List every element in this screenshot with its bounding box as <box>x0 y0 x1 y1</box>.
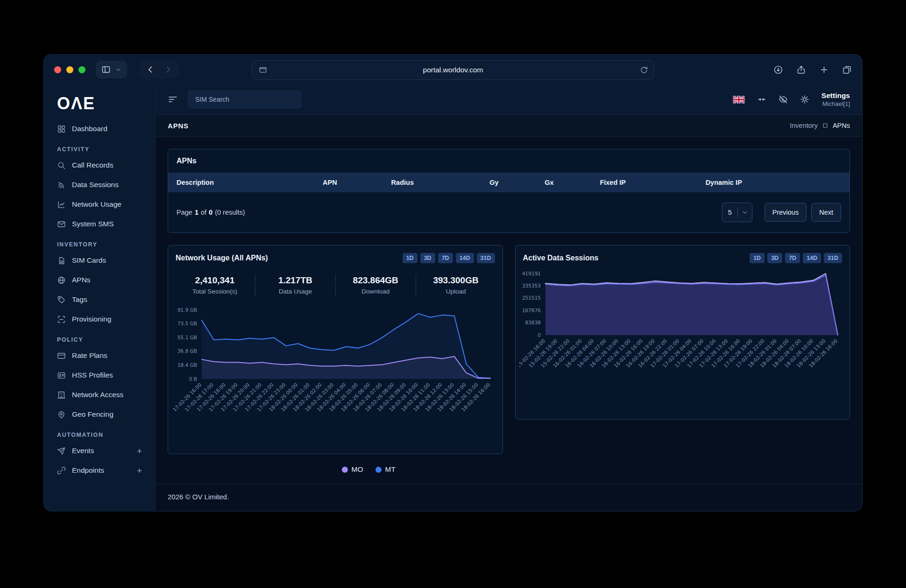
svg-text:83838: 83838 <box>525 320 540 325</box>
back-button[interactable] <box>146 65 155 74</box>
downloads-icon[interactable] <box>773 65 783 75</box>
page-icon <box>259 66 267 74</box>
reload-icon[interactable] <box>640 66 648 74</box>
current-page: 1 <box>195 209 198 216</box>
grid-icon <box>57 125 66 133</box>
pagination-row: Page 1 of 0 (0 results) 5 <box>168 192 849 232</box>
chrome-actions <box>773 65 852 75</box>
sidebar-item-call-records[interactable]: Call Records <box>44 155 155 175</box>
per-page-value: 5 <box>722 209 737 216</box>
sun-icon[interactable] <box>800 95 809 104</box>
sim-card-icon <box>57 256 66 265</box>
sidebar-item-network-access[interactable]: Network Access <box>44 385 155 405</box>
address-bar[interactable]: portal.worldov.com <box>252 60 654 80</box>
per-page-select[interactable]: 5 <box>722 203 752 222</box>
breadcrumb-apns[interactable]: APNs <box>833 122 850 129</box>
sidebar-toggle-button[interactable] <box>96 61 127 78</box>
add-event-button[interactable]: + <box>137 447 142 455</box>
sidebar-item-tags[interactable]: Tags <box>44 290 155 309</box>
range-7d-button[interactable]: 7D <box>438 253 453 263</box>
sidebar-item-system-sms[interactable]: System SMS <box>44 214 155 234</box>
legend-item-mo[interactable]: MO <box>342 465 363 474</box>
magnifier-icon <box>57 161 66 170</box>
app-topbar: Settings Michael[1] <box>156 84 862 114</box>
stat-label: Total Session(s) <box>177 288 252 295</box>
page-info: Page 1 of 0 (0 results) <box>177 209 245 216</box>
chart-header: Network Usage (All APNs) 1D 3D 7D 14D 31… <box>168 245 503 266</box>
svg-text:0 B: 0 B <box>189 376 197 382</box>
eye-off-icon[interactable] <box>779 95 788 104</box>
credit-card-icon <box>57 351 66 360</box>
stat-value: 2,410,341 <box>177 275 252 286</box>
sidebar-item-events[interactable]: Events + <box>44 441 155 461</box>
browser-chrome: portal.worldov.com <box>44 55 862 84</box>
sidebar-item-label: Tags <box>72 295 87 304</box>
close-window-button[interactable] <box>54 66 61 73</box>
range-1d-button[interactable]: 1D <box>403 253 418 263</box>
svg-text:167676: 167676 <box>522 308 540 313</box>
sim-search-input[interactable] <box>188 91 301 108</box>
range-3d-button[interactable]: 3D <box>767 253 782 263</box>
sidebar-item-label: APNs <box>72 276 91 284</box>
zoom-window-button[interactable] <box>78 66 85 73</box>
sidebar-item-dashboard[interactable]: Dashboard <box>44 119 155 139</box>
of-word: of <box>201 209 206 216</box>
sidebar-item-apns[interactable]: APNs <box>44 270 155 290</box>
forward-button[interactable] <box>163 65 173 74</box>
table-header-row: Description APN Radius Gy Gx Fixed IP Dy… <box>168 173 849 192</box>
legend-item-mt[interactable]: MT <box>375 465 396 474</box>
share-icon[interactable] <box>796 65 806 75</box>
stat-value: 823.864GB <box>339 275 413 286</box>
topbar-actions: Settings Michael[1] <box>733 91 850 108</box>
sidebar-item-hss-profiles[interactable]: HSS Profiles <box>44 365 155 385</box>
id-card-icon <box>57 371 66 380</box>
window-controls <box>54 66 85 73</box>
svg-text:335353: 335353 <box>522 283 540 288</box>
collapse-horizontal-icon[interactable] <box>757 95 766 104</box>
content-area: APNs Description APN Radius Gy Gx Fixed … <box>156 137 862 484</box>
minimize-window-button[interactable] <box>66 66 73 73</box>
range-buttons: 1D 3D 7D 14D 31D <box>403 253 495 263</box>
settings-button[interactable]: Settings Michael[1] <box>821 91 850 108</box>
sidebar-item-label: Rate Plans <box>72 351 107 360</box>
tab-overview-icon[interactable] <box>842 65 852 75</box>
breadcrumb-inventory[interactable]: Inventory <box>790 122 818 129</box>
brand-logo: OΛE <box>44 86 155 119</box>
link-icon <box>57 466 66 475</box>
svg-text:251515: 251515 <box>522 295 540 301</box>
range-14d-button[interactable]: 14D <box>456 253 474 263</box>
stat-data-usage: 1.217TB Data Usage <box>255 274 335 296</box>
range-14d-button[interactable]: 14D <box>803 253 821 263</box>
sidebar-item-label: Provisioning <box>72 315 111 323</box>
sidebar-item-data-sessions[interactable]: Data Sessions <box>44 175 155 195</box>
sidebar-item-provisioning[interactable]: Provisioning <box>44 309 155 329</box>
mt-legend-dot <box>375 467 382 473</box>
sidebar-item-network-usage[interactable]: Network Usage <box>44 195 155 214</box>
stat-label: Upload <box>419 288 493 295</box>
mo-legend-dot <box>342 467 348 473</box>
sidebar-toggle-icon <box>101 65 111 74</box>
section-title-activity: ACTIVITY <box>44 139 155 155</box>
add-endpoint-button[interactable]: + <box>137 466 142 475</box>
sidebar-item-rate-plans[interactable]: Rate Plans <box>44 346 155 365</box>
settings-label: Settings <box>821 91 850 100</box>
card-title: APNs <box>168 149 849 173</box>
legend-label: MT <box>385 465 396 474</box>
new-tab-icon[interactable] <box>819 65 829 75</box>
sidebar-item-sim-cards[interactable]: SIM Cards <box>44 251 155 270</box>
column-header-fixed-ip: Fixed IP <box>600 179 705 186</box>
column-header-description: Description <box>177 179 323 186</box>
sidebar: OΛE Dashboard ACTIVITY Call Records Data… <box>44 84 156 511</box>
language-flag-icon[interactable] <box>733 96 745 104</box>
range-31d-button[interactable]: 31D <box>824 253 842 263</box>
range-7d-button[interactable]: 7D <box>785 253 800 263</box>
sidebar-item-endpoints[interactable]: Endpoints + <box>44 461 155 480</box>
sidebar-item-label: Data Sessions <box>72 181 119 189</box>
range-1d-button[interactable]: 1D <box>750 253 764 263</box>
sidebar-item-geo-fencing[interactable]: Geo Fencing <box>44 405 155 424</box>
previous-button[interactable]: Previous <box>764 203 807 222</box>
menu-icon[interactable] <box>168 94 178 105</box>
range-3d-button[interactable]: 3D <box>420 253 435 263</box>
range-31d-button[interactable]: 31D <box>477 253 495 263</box>
next-button[interactable]: Next <box>811 203 841 222</box>
